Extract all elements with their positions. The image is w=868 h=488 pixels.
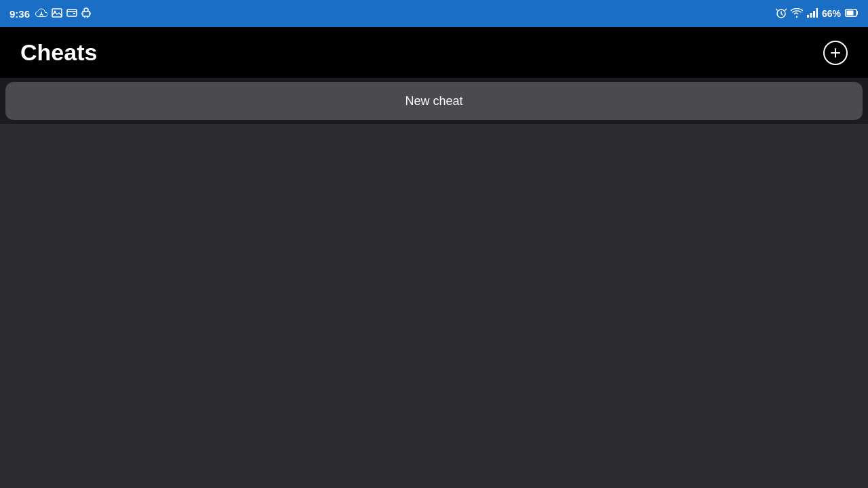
svg-rect-12 bbox=[847, 11, 854, 16]
status-icons bbox=[35, 7, 91, 20]
wifi-icon bbox=[791, 8, 803, 20]
add-cheat-button[interactable] bbox=[823, 41, 848, 65]
android-icon bbox=[81, 7, 91, 20]
alarm-icon bbox=[776, 7, 787, 20]
image-icon bbox=[52, 8, 62, 20]
new-cheat-container: New cheat bbox=[0, 78, 868, 124]
svg-point-4 bbox=[85, 9, 85, 10]
svg-rect-3 bbox=[73, 13, 75, 14]
svg-rect-10 bbox=[816, 8, 818, 18]
status-left: 9:36 bbox=[9, 7, 91, 20]
svg-rect-7 bbox=[807, 15, 809, 18]
battery-icon bbox=[845, 8, 859, 19]
status-right: 66% bbox=[776, 7, 859, 20]
page-title: Cheats bbox=[20, 39, 97, 66]
plus-icon bbox=[829, 46, 842, 60]
battery-percent: 66% bbox=[822, 8, 841, 19]
status-bar: 9:36 bbox=[0, 0, 868, 27]
sync-icon bbox=[35, 8, 47, 20]
wallet-icon bbox=[66, 8, 77, 19]
signal-icon bbox=[807, 8, 818, 20]
svg-rect-8 bbox=[810, 13, 812, 18]
svg-rect-2 bbox=[67, 9, 77, 16]
new-cheat-button[interactable]: New cheat bbox=[5, 82, 863, 120]
header-bar: Cheats bbox=[0, 27, 868, 78]
svg-rect-9 bbox=[813, 11, 815, 18]
svg-point-5 bbox=[87, 9, 88, 10]
status-time: 9:36 bbox=[9, 8, 30, 20]
main-content bbox=[0, 124, 868, 488]
